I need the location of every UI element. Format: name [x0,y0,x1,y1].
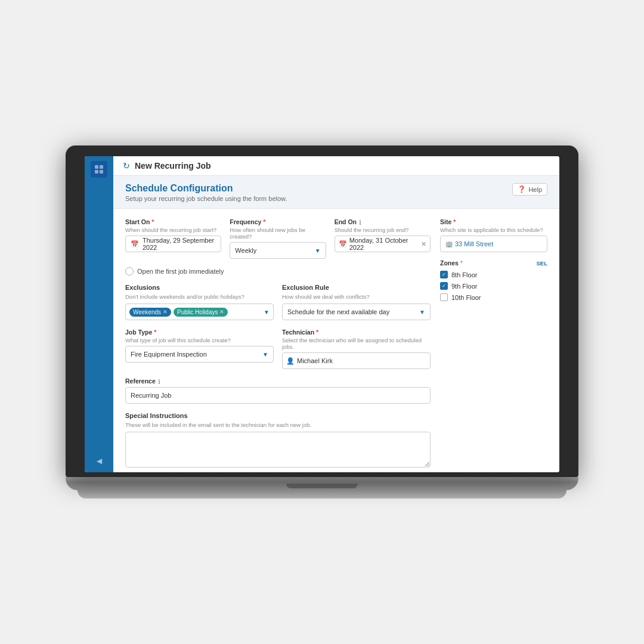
technician-hint: Select the technician who will be assign… [282,337,431,350]
public-holidays-tag-close[interactable]: ✕ [219,309,224,315]
reference-info-icon[interactable]: ℹ [158,378,160,386]
zone-name-9th: 9th Floor [451,283,477,290]
site-name: 33 Mill Street [455,240,493,247]
public-holidays-tag[interactable]: Public Holidays ✕ [174,308,228,317]
svg-rect-3 [100,170,103,174]
top-header: ↻ New Recurring Job [113,156,559,176]
zones-header: Zones * SEL [440,259,547,267]
open-first-job-radio[interactable] [125,267,134,275]
svg-rect-0 [95,165,98,169]
exclusions-input[interactable]: Weekends ✕ Public Holidays ✕ ▼ [125,304,274,320]
job-type-value: Fire Equipment Inspection [131,351,207,358]
end-on-group: End On ℹ Should the recurring job end? 📅… [335,218,431,252]
reference-label: Reference [125,377,156,385]
special-instructions-group: Special Instructions These will be inclu… [125,412,431,469]
page-title: New Recurring Job [135,161,211,171]
start-on-group: Start On * When should the recurring job… [125,218,221,252]
sidebar-logo [91,161,107,178]
reference-input[interactable] [125,387,431,404]
weekends-tag-close[interactable]: ✕ [163,309,168,315]
exclusion-rule-value: Schedule for the next available day [287,308,389,315]
sidebar: ◀ [85,156,113,472]
recurring-job-icon: ↻ [123,161,130,171]
exclusion-rule-arrow-icon: ▼ [419,309,425,315]
zone-checkbox-9th[interactable]: ✓ [440,282,448,290]
start-on-input[interactable]: 📅 Thursday, 29 September 2022 [125,236,221,252]
job-type-select[interactable]: Fire Equipment Inspection ▼ [125,346,274,363]
exclusions-label: Exclusions [125,284,274,291]
reference-row: Reference ℹ [125,377,431,404]
job-type-group: Job Type * What type of job will this sc… [125,329,274,363]
exclusions-group: Exclusions Don't include weekends and/or… [125,284,274,320]
frequency-hint: How often should new jobs be created? [230,227,326,240]
job-type-arrow-icon: ▼ [262,351,268,358]
zone-check-8th: ✓ [442,272,446,277]
person-icon: 👤 [286,357,295,365]
site-section: Site * Which site is applicable to this … [440,218,547,252]
zones-list: ✓ 8th Floor ✓ 9th Floor [440,269,547,303]
zone-item-10th[interactable]: ✓ 10th Floor [440,292,547,303]
help-button[interactable]: ❓ Help [512,183,547,196]
svg-rect-2 [95,170,98,174]
zones-select-all-button[interactable]: SEL [537,260,547,267]
calendar-icon: 📅 [131,240,139,248]
frequency-select[interactable]: Weekly ▼ [230,242,326,259]
special-instructions-hint: These will be included in the email sent… [125,422,431,428]
technician-input[interactable]: 👤 Michael Kirk [282,352,431,369]
zone-item-8th[interactable]: ✓ 8th Floor [440,269,547,280]
zone-checkbox-8th[interactable]: ✓ [440,271,448,278]
end-on-input[interactable]: 📅 Monday, 31 October 2022 ✕ [335,236,431,252]
exclusion-rule-label: Exclusion Rule [282,284,431,291]
site-hint: Which site is applicable to this schedul… [440,227,547,233]
special-instructions-label: Special Instructions [125,412,431,419]
exclusion-rule-select[interactable]: Schedule for the next available day ▼ [282,304,431,320]
frequency-value: Weekly [235,247,256,254]
building-icon: 🏢 [445,241,453,247]
frequency-arrow-icon: ▼ [315,247,321,254]
start-on-value: Thursday, 29 September 2022 [143,237,216,251]
svg-rect-1 [100,165,103,169]
technician-value: Michael Kirk [297,357,426,364]
zone-checkbox-10th[interactable]: ✓ [440,293,448,301]
weekends-tag[interactable]: Weekends ✕ [129,308,171,317]
technician-label: Technician * [282,329,431,336]
job-type-hint: What type of job will this schedule crea… [125,337,274,343]
technician-group: Technician * Select the technician who w… [282,329,431,369]
zone-name-8th: 8th Floor [451,271,477,278]
open-first-job-label: Open the first job immediately [137,268,224,275]
sidebar-collapse-btn[interactable]: ◀ [97,456,102,465]
open-first-job-row: Open the first job immediately [125,267,431,275]
zone-check-9th: ✓ [442,283,446,289]
end-on-calendar-icon: 📅 [339,240,347,248]
laptop-bottom [78,490,566,499]
public-holidays-tag-label: Public Holidays [177,309,218,315]
end-on-label: End On [335,218,357,225]
exclusion-rule-group: Exclusion Rule How should we deal with c… [282,284,431,320]
frequency-label: Frequency * [230,218,326,225]
site-value[interactable]: 🏢 33 Mill Street [440,236,547,252]
weekends-tag-label: Weekends [133,309,161,315]
exclusions-hint: Don't include weekends and/or public hol… [125,293,274,300]
laptop-notch [286,484,358,488]
exclusion-rule-hint: How should we deal with conflicts? [282,293,431,300]
zone-name-10th: 10th Floor [451,294,481,301]
special-instructions-textarea[interactable] [125,432,431,467]
end-on-hint: Should the recurring job end? [335,227,431,233]
start-on-label: Start On * [125,218,221,225]
zone-item-9th[interactable]: ✓ 9th Floor [440,280,547,292]
end-on-info-icon[interactable]: ℹ [359,219,361,227]
frequency-group: Frequency * How often should new jobs be… [230,218,326,259]
config-subtitle: Setup your recurring job schedule using … [125,195,287,202]
help-icon: ❓ [518,185,526,193]
site-label: Site * [440,218,547,225]
start-on-hint: When should the recurring job start? [125,227,221,233]
config-title: Schedule Configuration [125,183,287,194]
exclusions-dropdown-arrow[interactable]: ▼ [264,309,270,315]
zones-label: Zones [440,259,459,267]
job-type-label: Job Type * [125,329,274,336]
end-on-value: Monday, 31 October 2022 [349,237,419,251]
end-on-clear-button[interactable]: ✕ [421,240,426,248]
reference-group: Reference ℹ [125,377,431,404]
